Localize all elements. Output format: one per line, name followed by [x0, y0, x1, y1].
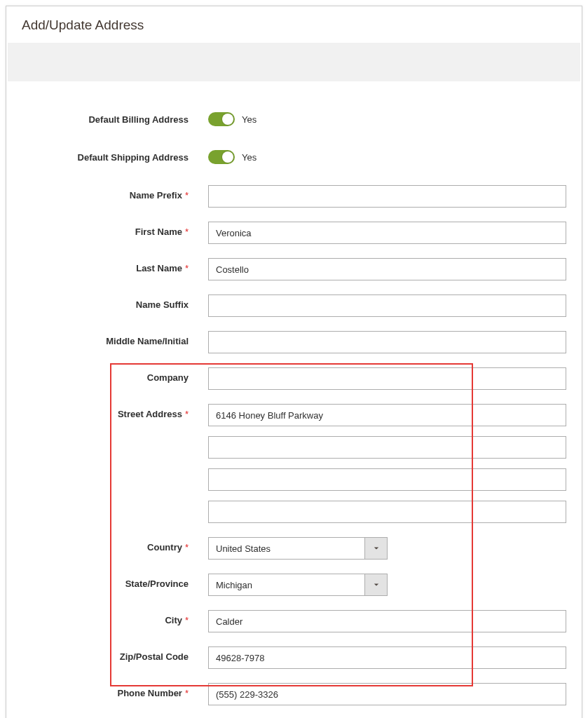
- input-zip[interactable]: [208, 646, 566, 669]
- field-default-billing: Default Billing Address Yes: [22, 109, 566, 126]
- toggle-default-billing-state: Yes: [242, 114, 257, 125]
- input-city[interactable]: [208, 610, 566, 632]
- select-state[interactable]: Michigan: [208, 574, 388, 596]
- select-country-value: United States: [209, 538, 364, 559]
- required-mark: *: [185, 409, 189, 419]
- field-city: City*: [22, 610, 566, 632]
- toggle-default-shipping[interactable]: [208, 150, 235, 164]
- field-first-name: First Name*: [22, 222, 566, 244]
- label-city: City: [165, 615, 182, 625]
- label-state: State/Province: [125, 578, 189, 589]
- label-prefix: Name Prefix: [130, 190, 182, 201]
- required-mark: *: [185, 226, 189, 237]
- field-suffix: Name Suffix: [22, 294, 566, 317]
- address-form-panel: Add/Update Address Default Billing Addre…: [6, 6, 582, 718]
- form-area: Default Billing Address Yes Default Ship…: [6, 81, 582, 718]
- required-mark: *: [185, 688, 189, 698]
- field-zip: Zip/Postal Code: [22, 646, 566, 669]
- label-company: Company: [147, 372, 189, 383]
- field-company: Company: [22, 367, 566, 390]
- input-street-3[interactable]: [208, 468, 566, 491]
- label-zip: Zip/Postal Code: [120, 651, 189, 662]
- field-country: Country* United States: [22, 537, 566, 560]
- input-suffix[interactable]: [208, 294, 566, 317]
- label-default-billing: Default Billing Address: [22, 109, 208, 126]
- field-middle: Middle Name/Initial: [22, 331, 566, 353]
- toggle-default-shipping-state: Yes: [242, 152, 257, 163]
- input-street-4[interactable]: [208, 501, 566, 523]
- chevron-down-icon: [364, 574, 387, 595]
- input-company[interactable]: [208, 367, 566, 390]
- required-mark: *: [185, 190, 189, 201]
- label-middle: Middle Name/Initial: [106, 336, 189, 346]
- input-first-name[interactable]: [208, 222, 566, 244]
- sub-header-bar: [8, 43, 580, 81]
- field-last-name: Last Name*: [22, 258, 566, 280]
- toggle-default-billing[interactable]: [208, 112, 235, 126]
- input-last-name[interactable]: [208, 258, 566, 280]
- field-prefix: Name Prefix*: [22, 185, 566, 208]
- label-phone: Phone Number: [117, 688, 182, 698]
- panel-title: Add/Update Address: [6, 6, 582, 43]
- select-country[interactable]: United States: [208, 537, 388, 560]
- field-street: Street Address*: [22, 404, 566, 523]
- label-country: Country: [147, 542, 182, 553]
- field-default-shipping: Default Shipping Address Yes: [22, 147, 566, 164]
- input-street-1[interactable]: [208, 404, 566, 426]
- required-mark: *: [185, 542, 189, 553]
- label-suffix: Name Suffix: [136, 299, 189, 310]
- label-first-name: First Name: [135, 226, 182, 237]
- required-mark: *: [185, 263, 189, 273]
- select-state-value: Michigan: [209, 574, 364, 595]
- chevron-down-icon: [364, 538, 387, 559]
- input-street-2[interactable]: [208, 436, 566, 459]
- field-state: State/Province Michigan: [22, 574, 566, 596]
- label-default-shipping: Default Shipping Address: [22, 147, 208, 164]
- required-mark: *: [185, 615, 189, 625]
- input-phone[interactable]: [208, 683, 566, 705]
- label-last-name: Last Name: [136, 263, 182, 273]
- label-street: Street Address: [118, 409, 182, 419]
- field-phone: Phone Number*: [22, 683, 566, 705]
- input-middle[interactable]: [208, 331, 566, 353]
- input-prefix[interactable]: [208, 185, 566, 208]
